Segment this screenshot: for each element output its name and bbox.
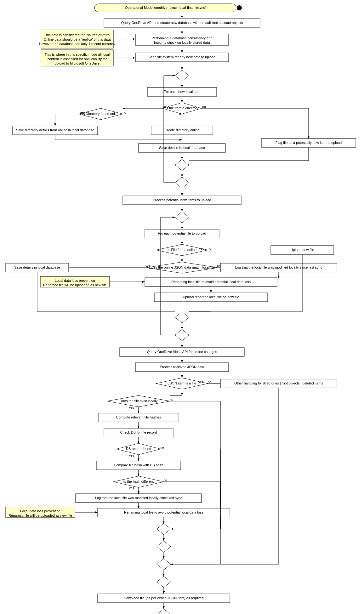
diamond15-yes-label: yes [129,486,134,490]
diamond14-yes-label: yes [129,454,134,457]
step18-text: Compute relevant file hashes [116,415,161,419]
diamond13-yes-label: yes [129,406,134,409]
diamond8-yes-label: yes [145,264,151,268]
diamond18 [157,559,171,570]
diamond10 [175,329,189,341]
diamond13-no-label: no [170,398,173,401]
diamond13-text: Does the file exist locally [120,399,158,403]
diamond3-yes-label: yes [79,111,84,114]
diamond2-yes-label: yes [162,105,168,109]
note3-line2: Renamed file will be uploaded as new fil… [43,283,107,287]
diamond16 [157,523,171,535]
step7-text: Flag file as a potentially new item to u… [276,141,342,145]
diamond9 [175,312,189,323]
diamond15-no-label: no [163,479,167,482]
diamond8-no-label: no [217,264,221,268]
step20-text: Compare file hash with DB hash [114,463,163,467]
step15-text: Query OneDrive /delta API for online cha… [147,350,217,354]
diamond3-no-label: no [122,111,126,114]
diamond2-no-label: no [202,105,206,109]
diamond7-no-label: no [208,247,211,250]
diamond6 [175,212,189,223]
note1-line3: However the database has only 1 record c… [39,42,116,46]
step5b-text: Create directory online [165,128,200,132]
diamond2-text: Is the item a directory [165,106,199,110]
diamond1 [175,70,189,81]
step3-text: Scan file system for any new data to upl… [149,55,216,59]
diamond14-text: DB record found [126,447,151,451]
step16-text: Process received JSON data [160,365,204,369]
note1-line2: Online data should be a 'replica' of thi… [44,37,111,41]
diamond19 [157,576,171,588]
step8-text: Process potential new items to upload [153,198,211,202]
note4-line1: Local data loss prevention [20,509,60,513]
step19-text: Check DB for file record [120,430,157,434]
diamond12-text: JSON item is a file [168,381,196,385]
step10-text: Upload new file [290,248,314,252]
step5a-text: Save directory details from online in lo… [16,128,94,132]
note2-line2: content is assessed for applicability fo… [48,57,107,61]
step9-text: For each potential file to upload [158,231,206,235]
step13-text: Renaming local file to avoid potential l… [171,280,251,284]
diamond3-text: Is Directory found online [82,112,120,116]
note2-line3: upload to Microsoft OneDrive [55,61,100,65]
start-label: Operational Mode 'onedrive -sync -local-… [125,6,206,9]
step17-text: Other handling for directories | root ob… [234,381,323,385]
diamond12-yes-label: yes [198,380,203,384]
diamond17 [157,541,171,552]
diagram-container: Operational Mode 'onedrive -sync -local-… [0,0,364,614]
start-terminal [237,5,242,10]
diamond20 [157,609,171,614]
diamond8-text: Does the online JSON data match local fi… [149,265,215,269]
step11-text: Save details in local database [14,265,60,269]
diamond7-text: Is File found online [168,248,196,252]
step12-text: Log that the local file was modified loc… [235,265,322,269]
step1-text: Query OneDrive API and create new databa… [121,21,243,25]
step6-text: Save details in local database [159,146,205,150]
flowchart-svg: Operational Mode 'onedrive -sync -local-… [0,0,364,614]
note3-line1: Local data loss prevention [55,279,95,282]
diamond12-no-label: no [208,380,211,384]
step2-text1: Performing a database consistency and [151,36,212,40]
diamond5 [175,177,189,188]
step23-text: Download file (as per online JSON item) … [124,596,204,600]
note2-line1: This is where in this specific mode all … [45,53,110,56]
diamond15-text: Is the hash different [123,480,154,483]
diamond4 [175,159,189,171]
step4-text: For each new local item [164,90,200,94]
step21-text: Log that the local file was modified loc… [95,496,182,500]
step14-text: Upload renamed local file as new file [183,295,239,299]
note4-line2: Renamed file will be uploaded as new fil… [9,514,72,517]
diamond14-no-label: no [160,446,164,449]
step22-text: Renaming local file to avoid potential l… [124,510,203,514]
diamond7-yes-label: yes [199,247,204,250]
note1-line1: This data is considered the 'source-of-t… [44,33,110,37]
step2-text2: integrity check on locally stored data [154,41,210,44]
